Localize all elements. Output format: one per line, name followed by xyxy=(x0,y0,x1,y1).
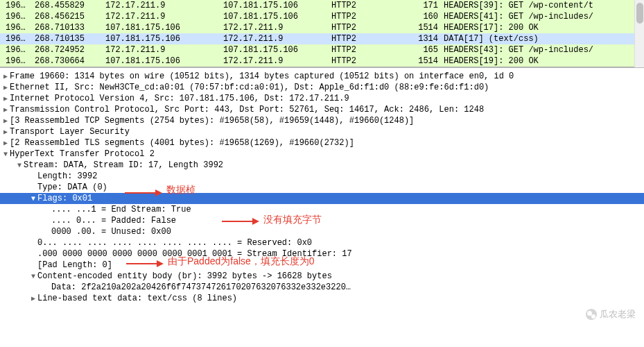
packet-length: 1514 xyxy=(406,56,444,66)
tree-row[interactable]: .... ...1 = End Stream: True xyxy=(0,204,644,215)
packet-destination: 107.181.175.106 xyxy=(223,1,331,10)
packet-row[interactable]: 196…268.730664107.181.175.106172.17.211.… xyxy=(0,56,644,67)
chevron-right-icon[interactable] xyxy=(1,83,10,92)
watermark-text: 瓜农老梁 xyxy=(600,308,636,321)
tree-label: [3 Reassembled TCP Segments (2754 bytes)… xyxy=(10,116,414,126)
scrollbar-thumb[interactable] xyxy=(636,3,643,24)
packet-protocol: HTTP2 xyxy=(331,45,406,55)
packet-no: 196… xyxy=(6,56,35,66)
packet-length: 171 xyxy=(406,1,444,10)
packet-row[interactable]: 196…268.724952172.17.211.9107.181.175.10… xyxy=(0,44,644,56)
tree-row[interactable]: Frame 19660: 1314 bytes on wire (10512 b… xyxy=(0,71,644,82)
packet-no: 196… xyxy=(6,12,35,22)
tree-label: Transmission Control Protocol, Src Port:… xyxy=(10,105,484,115)
tree-label: Internet Protocol Version 4, Src: 107.18… xyxy=(10,94,349,103)
tree-label: Line-based text data: text/css (8 lines) xyxy=(37,294,237,303)
packet-row[interactable]: 196…268.710135107.181.175.106172.17.211.… xyxy=(0,33,644,44)
packet-source: 172.17.211.9 xyxy=(105,12,223,22)
tree-label: 0000 .00. = Unused: 0x00 xyxy=(51,227,171,237)
packet-details-pane[interactable]: Frame 19660: 1314 bytes on wire (10512 b… xyxy=(0,67,644,304)
tree-label: Flags: 0x01 xyxy=(37,194,92,203)
packet-list[interactable]: 196…268.455829172.17.211.9107.181.175.10… xyxy=(0,0,644,67)
tree-row[interactable]: 0... .... .... .... .... .... .... .... … xyxy=(0,237,644,248)
tree-row[interactable]: Data: 2f2a210a202a20426f6f74737472617020… xyxy=(0,282,644,293)
tree-row[interactable]: [2 Reassembled TLS segments (4001 bytes)… xyxy=(0,137,644,149)
packet-destination: 107.181.175.106 xyxy=(223,45,331,55)
packet-source: 107.181.175.106 xyxy=(105,34,223,44)
packet-time: 268.710133 xyxy=(35,23,105,33)
chevron-down-icon[interactable] xyxy=(29,273,37,280)
packet-destination: 172.17.211.9 xyxy=(223,56,331,66)
packet-scrollbar[interactable] xyxy=(634,0,644,68)
tree-row[interactable]: Transmission Control Protocol, Src Port:… xyxy=(0,104,644,115)
tree-row[interactable]: 0000 .00. = Unused: 0x00 xyxy=(0,226,644,237)
packet-destination: 107.181.175.106 xyxy=(223,12,331,22)
packet-destination: 172.17.211.9 xyxy=(223,34,331,44)
packet-no: 196… xyxy=(6,45,35,55)
tree-row[interactable]: [3 Reassembled TCP Segments (2754 bytes)… xyxy=(0,115,644,126)
tree-row[interactable]: Transport Layer Security xyxy=(0,126,644,137)
tree-row[interactable]: Length: 3992 xyxy=(0,171,644,182)
packet-row[interactable]: 196…268.456215172.17.211.9107.181.175.10… xyxy=(0,11,644,22)
packet-protocol: HTTP2 xyxy=(331,1,406,10)
packet-info: HEADERS[39]: GET /wp-content/t xyxy=(444,1,644,10)
packet-destination: 172.17.211.9 xyxy=(223,23,331,33)
packet-length: 1514 xyxy=(406,23,444,33)
chevron-right-icon[interactable] xyxy=(1,105,10,114)
packet-row[interactable]: 196…268.455829172.17.211.9107.181.175.10… xyxy=(0,0,644,11)
tree-label: Frame 19660: 1314 bytes on wire (10512 b… xyxy=(10,71,514,81)
tree-label: .... 0... = Padded: False xyxy=(51,216,176,226)
packet-protocol: HTTP2 xyxy=(331,34,406,44)
packet-no: 196… xyxy=(6,1,35,10)
tree-row[interactable]: Stream: DATA, Stream ID: 17, Length 3992 xyxy=(0,160,644,171)
chevron-right-icon[interactable] xyxy=(1,72,10,81)
packet-no: 196… xyxy=(6,34,35,44)
tree-row[interactable]: .000 0000 0000 0000 0000 0000 0001 0001 … xyxy=(0,248,644,260)
tree-row[interactable]: Ethernet II, Src: NewH3CTe_cd:a0:01 (70:… xyxy=(0,82,644,93)
packet-time: 268.455829 xyxy=(35,1,105,10)
packet-no: 196… xyxy=(6,23,35,33)
chevron-right-icon[interactable] xyxy=(29,294,37,303)
tree-row[interactable]: Internet Protocol Version 4, Src: 107.18… xyxy=(0,93,644,104)
tree-row[interactable]: [Pad Length: 0] xyxy=(0,260,644,271)
tree-label: Stream: DATA, Stream ID: 17, Length 3992 xyxy=(24,160,223,170)
chevron-down-icon[interactable] xyxy=(1,151,10,158)
chevron-down-icon[interactable] xyxy=(29,195,37,203)
chevron-right-icon[interactable] xyxy=(1,94,10,103)
packet-info: HEADERS[43]: GET /wp-includes/ xyxy=(444,45,644,55)
tree-row[interactable]: Type: DATA (0) xyxy=(0,182,644,193)
tree-row[interactable]: Line-based text data: text/css (8 lines) xyxy=(0,293,644,304)
packet-info: HEADERS[17]: 200 OK xyxy=(444,23,644,33)
packet-length: 160 xyxy=(406,12,444,22)
tree-row[interactable]: Flags: 0x01 xyxy=(0,193,644,204)
tree-label: Ethernet II, Src: NewH3CTe_cd:a0:01 (70:… xyxy=(10,83,489,92)
chevron-right-icon[interactable] xyxy=(1,117,10,125)
packet-time: 268.724952 xyxy=(35,45,105,55)
packet-protocol: HTTP2 xyxy=(331,56,406,66)
packet-info: HEADERS[41]: GET /wp-includes/ xyxy=(444,12,644,22)
chevron-right-icon[interactable] xyxy=(1,128,10,136)
packet-source: 172.17.211.9 xyxy=(105,45,223,55)
tree-label: Data: 2f2a210a202a20426f6f74737472617020… xyxy=(51,282,351,292)
tree-row[interactable]: Content-encoded entity body (br): 3992 b… xyxy=(0,271,644,282)
tree-label: Length: 3992 xyxy=(37,171,97,181)
packet-time: 268.710135 xyxy=(35,34,105,44)
tree-row[interactable]: HyperText Transfer Protocol 2 xyxy=(0,149,644,160)
packet-row[interactable]: 196…268.710133107.181.175.106172.17.211.… xyxy=(0,22,644,33)
chevron-down-icon[interactable] xyxy=(15,162,24,169)
packet-source: 107.181.175.106 xyxy=(105,56,223,66)
tree-label: HyperText Transfer Protocol 2 xyxy=(10,149,155,159)
tree-label: .... ...1 = End Stream: True xyxy=(51,205,191,214)
tree-label: Type: DATA (0) xyxy=(37,183,107,192)
tree-label: [Pad Length: 0] xyxy=(37,260,112,270)
packet-time: 268.730664 xyxy=(35,56,105,66)
wechat-icon xyxy=(586,309,597,320)
tree-label: .000 0000 0000 0000 0000 0000 0001 0001 … xyxy=(37,249,352,259)
packet-protocol: HTTP2 xyxy=(331,12,406,22)
tree-row[interactable]: .... 0... = Padded: False xyxy=(0,215,644,226)
watermark: 瓜农老梁 xyxy=(586,308,636,321)
packet-length: 1314 xyxy=(406,34,444,44)
chevron-right-icon[interactable] xyxy=(1,139,10,147)
packet-length: 165 xyxy=(406,45,444,55)
packet-source: 107.181.175.106 xyxy=(105,23,223,33)
